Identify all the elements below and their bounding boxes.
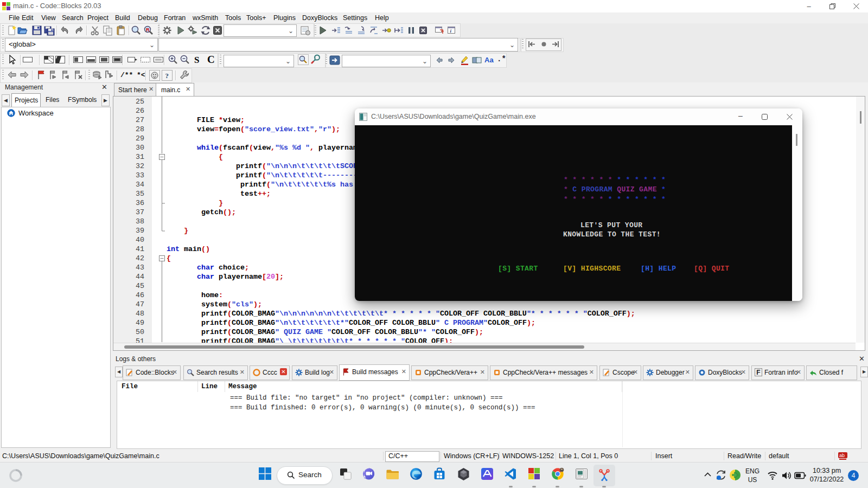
svg-text:ab: ab <box>839 453 845 458</box>
svg-text:?: ? <box>165 72 169 80</box>
svg-text:R: R <box>146 27 150 33</box>
